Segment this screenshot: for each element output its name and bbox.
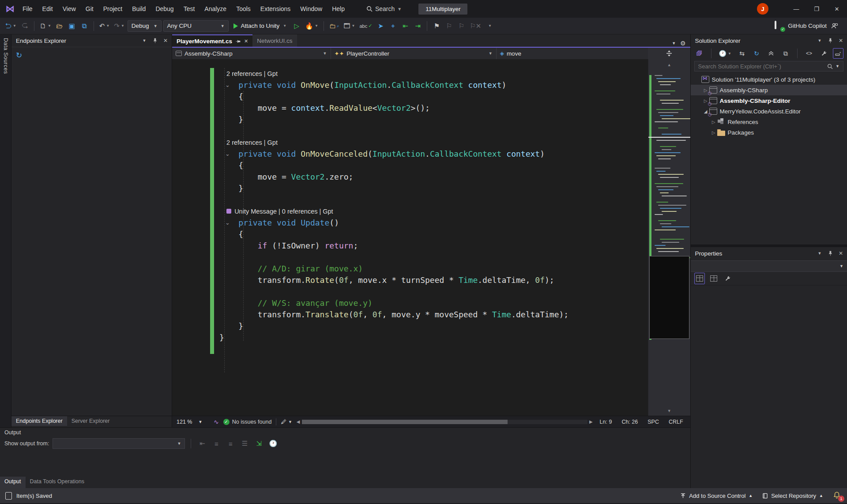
menu-item-edit[interactable]: Edit — [38, 0, 58, 18]
solution-configuration-combo[interactable]: Debug▼ — [128, 20, 162, 32]
intellisense-cursor-button[interactable]: ➤ — [375, 20, 386, 32]
new-item-button[interactable]: 🗋▼ — [38, 20, 53, 32]
previous-message-icon[interactable]: ≡ — [211, 438, 222, 449]
pin-icon[interactable] — [151, 37, 158, 44]
restore-button[interactable]: ❐ — [806, 0, 827, 18]
output-body[interactable] — [0, 451, 690, 477]
minimap-viewport[interactable] — [649, 256, 689, 339]
close-icon[interactable]: ✕ — [244, 38, 248, 44]
minimap-scrollbar[interactable]: ▲ ▼ — [648, 59, 690, 416]
clear-bookmarks-button[interactable]: ⚐✕ — [468, 20, 482, 32]
issues-indicator[interactable]: ✓ No issues found — [223, 419, 272, 425]
github-copilot-label[interactable]: GitHub Copilot — [788, 23, 827, 29]
close-icon[interactable]: ✕ — [162, 37, 169, 44]
close-icon[interactable]: ✕ — [837, 37, 844, 44]
send-feedback-icon[interactable] — [831, 23, 838, 30]
codelens-line[interactable]: Unity Message | 0 references | Gpt — [172, 206, 648, 217]
save-button[interactable]: ▣ — [67, 20, 77, 32]
fold-chevron-icon[interactable]: ⌄ — [225, 79, 234, 91]
code-suggestions-button[interactable]: 🖉▼ — [281, 419, 292, 425]
pin-icon[interactable] — [827, 250, 834, 257]
menu-item-test[interactable]: Test — [179, 0, 200, 18]
properties-body[interactable] — [691, 285, 847, 488]
close-icon[interactable]: ✕ — [837, 250, 844, 257]
select-repository-button[interactable]: Select Repository ▲ — [762, 493, 823, 499]
menu-item-git[interactable]: Git — [81, 0, 98, 18]
horizontal-scrollbar[interactable]: ◀ ▶ — [297, 419, 593, 425]
pin-icon[interactable] — [827, 37, 834, 44]
properties-object-combo[interactable]: ▼ — [691, 260, 847, 272]
solution-search-input[interactable] — [698, 63, 824, 70]
code-line[interactable] — [172, 125, 648, 137]
scroll-up-icon[interactable]: ▲ — [648, 63, 690, 67]
redo-button[interactable]: ↷▼ — [113, 20, 126, 32]
menu-item-help[interactable]: Help — [327, 0, 350, 18]
menu-item-window[interactable]: Window — [295, 0, 327, 18]
tree-item-merryyellow-codeassist-editor[interactable]: ◢MerryYellow.CodeAssist.Editor — [691, 106, 847, 117]
search-box[interactable]: Search ▼ — [366, 5, 402, 12]
search-options-chevron-icon[interactable]: ▼ — [836, 64, 839, 68]
previous-bookmark-button[interactable]: ⚐ — [444, 20, 454, 32]
code-line[interactable]: ⌄ private void OnMove(InputAction.Callba… — [172, 79, 648, 91]
scroll-down-icon[interactable]: ▼ — [648, 409, 690, 413]
pending-changes-filter-icon[interactable]: 🕐▼ — [718, 48, 733, 59]
code-line[interactable]: ⌄ private void OnMoveCanceled(InputActio… — [172, 148, 648, 160]
property-pages-wrench-icon[interactable] — [723, 273, 733, 284]
menu-item-tools[interactable]: Tools — [231, 0, 256, 18]
refresh-icon[interactable]: ↻ — [16, 51, 22, 60]
solution-search-box[interactable]: ▼ — [694, 61, 843, 71]
zoom-level-combo[interactable]: 121 %▼ — [177, 419, 209, 425]
project-dropdown[interactable]: Assembly-CSharp ▼ — [172, 48, 331, 59]
menu-item-debug[interactable]: Debug — [151, 0, 178, 18]
collapse-all-icon[interactable] — [766, 48, 776, 59]
code-line[interactable]: } — [172, 183, 648, 194]
navigate-back-button[interactable]: ⮌▼ — [4, 20, 18, 32]
save-all-button[interactable]: ⧉ — [79, 20, 90, 32]
document-list-chevron-icon[interactable]: ▼ — [672, 41, 676, 45]
goto-source-icon[interactable]: ⇲ — [253, 438, 264, 449]
find-in-files-button[interactable]: 🗀⌕ — [328, 20, 341, 32]
show-output-from-combo[interactable]: ▼ — [53, 438, 185, 449]
code-line[interactable]: { — [172, 229, 648, 240]
code-line[interactable]: move = context.ReadValue<Vector2>(); — [172, 102, 648, 114]
tree-item-assembly-csharp-editor[interactable]: ▷Assembly-CSharp-Editor — [691, 95, 847, 106]
hot-reload-button[interactable]: 🔥▼ — [304, 20, 320, 32]
code-line[interactable]: { — [172, 160, 648, 171]
menu-item-build[interactable]: Build — [127, 0, 151, 18]
toggle-bookmark-button[interactable]: ⚑ — [431, 20, 442, 32]
preview-selected-items-icon[interactable] — [833, 48, 843, 59]
tab-server-explorer[interactable]: Server Explorer — [67, 416, 114, 426]
menu-item-project[interactable]: Project — [98, 0, 128, 18]
menu-item-extensions[interactable]: Extensions — [256, 0, 295, 18]
code-line[interactable]: move = Vector2.zero; — [172, 171, 648, 183]
code-line[interactable]: } — [172, 114, 648, 125]
solution-platform-combo[interactable]: Any CPU▼ — [163, 20, 229, 32]
tab-endpoints-explorer[interactable]: Endpoints Explorer — [11, 416, 67, 426]
show-all-files-icon[interactable]: ⧉ — [780, 48, 791, 59]
endpoints-explorer-body[interactable]: ↻ — [11, 47, 172, 416]
window-position-chevron-icon[interactable]: ▼ — [141, 37, 148, 44]
code-line[interactable] — [172, 194, 648, 206]
clear-all-icon[interactable]: ☰ — [239, 438, 250, 449]
minimize-button[interactable]: — — [786, 0, 806, 18]
codelens-line[interactable]: 2 references | Gpt — [172, 68, 648, 79]
toolbar-options-button[interactable]: ▼ — [484, 20, 495, 32]
pin-icon[interactable] — [236, 39, 241, 44]
fold-chevron-icon[interactable]: ⌄ — [225, 217, 234, 229]
scroll-left-icon[interactable]: ◀ — [297, 419, 300, 424]
switch-views-icon[interactable]: 🗊 — [694, 48, 705, 59]
code-editor[interactable]: 2 references | Gpt⌄ private void OnMove(… — [172, 59, 690, 416]
undo-button[interactable]: ↶▼ — [98, 20, 111, 32]
line-indicator[interactable]: Ln: 9 — [597, 419, 615, 425]
solution-explorer-shortcut-button[interactable]: 🗔▼ — [343, 20, 357, 32]
member-dropdown[interactable]: ◈ move — [497, 48, 648, 59]
scrollbar-thumb[interactable] — [302, 420, 508, 424]
window-position-chevron-icon[interactable]: ▼ — [816, 250, 823, 257]
tab-data-tools-operations[interactable]: Data Tools Operations — [26, 477, 89, 488]
code-line[interactable] — [172, 252, 648, 263]
find-message-icon[interactable]: ⇤ — [197, 438, 207, 449]
tree-item-packages[interactable]: ▷Packages — [691, 127, 847, 138]
history-icon[interactable]: 🕐 — [267, 438, 279, 449]
code-line[interactable]: // W/S: avançar (move.y) — [172, 297, 648, 309]
tab-networkui[interactable]: NetworkUI.cs — [252, 34, 297, 47]
